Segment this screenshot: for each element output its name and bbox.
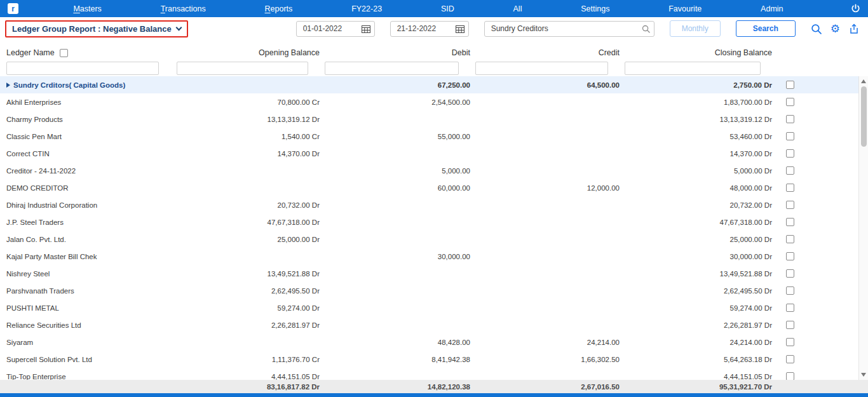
debit-value: 8,41,942.38 <box>320 356 470 363</box>
table-row[interactable]: Reliance Securities Ltd2,26,281.97 Dr2,2… <box>0 316 868 333</box>
row-checkbox[interactable] <box>786 218 794 226</box>
search-icon[interactable] <box>642 25 650 33</box>
nav-item-all[interactable]: All <box>513 4 522 13</box>
debit-value: 30,000.00 <box>320 253 470 260</box>
scroll-down-arrow-icon[interactable] <box>861 373 866 377</box>
closing-value: 5,64,263.18 Dr <box>620 356 772 363</box>
ledger-name: PUSHTI METAL <box>6 304 59 312</box>
scrollbar-thumb[interactable] <box>861 86 867 147</box>
ledger-search-wrapper <box>484 21 654 37</box>
table-row[interactable]: PUSHTI METAL59,274.00 Dr59,274.00 Dr <box>0 299 868 316</box>
expand-arrow-icon[interactable] <box>6 83 10 88</box>
nav-item-favourite[interactable]: Favourite <box>668 4 702 13</box>
row-checkbox[interactable] <box>786 98 794 106</box>
date-to-wrapper <box>390 21 469 37</box>
ledger-name: J.P. Steel Traders <box>6 219 64 226</box>
app-logo[interactable]: r <box>8 3 18 14</box>
column-header-closing-balance: Closing Balance <box>620 48 772 57</box>
row-checkbox[interactable] <box>786 338 794 346</box>
row-checkbox[interactable] <box>786 269 794 278</box>
table-row[interactable]: Correct CTIN14,370.00 Dr14,370.00 Dr <box>0 145 868 162</box>
opening-value: 13,13,319.12 Dr <box>172 116 320 123</box>
nav-item-sid[interactable]: SID <box>441 4 454 13</box>
table-row[interactable]: Parshvanath Traders2,62,495.50 Dr2,62,49… <box>0 282 868 299</box>
opening-value: 47,67,318.00 Dr <box>172 219 320 226</box>
date-from-wrapper <box>296 21 375 37</box>
table-row[interactable]: Supercell Solution Pvt. Ltd1,11,376.70 C… <box>0 351 868 368</box>
table-row[interactable]: Classic Pen Mart1,540.00 Cr55,000.0053,4… <box>0 128 868 145</box>
table-row[interactable]: Dhiraj Industrial Corporation20,732.00 D… <box>0 196 868 213</box>
row-checkbox[interactable] <box>786 286 794 295</box>
credit-value: 12,000.00 <box>470 184 620 192</box>
nav-item-reports[interactable]: Reports <box>265 4 293 13</box>
search-button[interactable]: Search <box>736 20 796 37</box>
export-icon[interactable] <box>849 24 859 34</box>
group-row[interactable]: Sundry Crditors( Capital Goods)67,250.00… <box>0 76 868 93</box>
vertical-scrollbar[interactable] <box>858 76 868 380</box>
toolbar-controls: Monthly Search ⚙ <box>296 20 863 37</box>
row-checkbox[interactable] <box>786 115 794 123</box>
opening-balance-filter-input[interactable] <box>177 62 308 75</box>
closing-value: 20,732.00 Dr <box>620 201 772 209</box>
credit-filter-input[interactable] <box>475 62 608 75</box>
nav-item-masters[interactable]: Masters <box>73 4 101 13</box>
table-row[interactable]: Charmy Products13,13,319.12 Dr13,13,319.… <box>0 111 868 128</box>
nav-item-admin[interactable]: Admin <box>761 4 783 13</box>
closing-value: 24,214.00 Dr <box>620 339 772 346</box>
closing-value: 30,000.00 Dr <box>620 253 772 260</box>
row-checkbox[interactable] <box>786 201 794 209</box>
closing-balance-filter-input[interactable] <box>625 62 761 75</box>
calendar-icon[interactable] <box>456 25 465 33</box>
search-icon[interactable] <box>811 24 822 34</box>
nav-item-transactions[interactable]: Transactions <box>161 4 206 13</box>
debit-filter-input[interactable] <box>325 62 459 75</box>
table-row[interactable]: Kajal Party Master Bill Chek30,000.0030,… <box>0 248 868 265</box>
gear-icon[interactable]: ⚙ <box>831 22 840 36</box>
row-checkbox[interactable] <box>786 132 794 140</box>
table-row[interactable]: Creditor - 24-11-20225,000.005,000.00 Dr <box>0 162 868 179</box>
nav-item-settings[interactable]: Settings <box>581 4 609 13</box>
row-checkbox[interactable] <box>786 235 794 243</box>
table-row[interactable]: Tip-Top Enterprise4,44,151.05 Dr4,44,151… <box>0 368 868 380</box>
report-toolbar: Ledger Group Report : Negative Balance M… <box>0 17 868 40</box>
debit-value: 55,000.00 <box>320 133 470 140</box>
row-checkbox[interactable] <box>786 304 794 312</box>
ledger-search-input[interactable] <box>484 21 654 37</box>
row-checkbox[interactable] <box>786 184 794 192</box>
row-checkbox[interactable] <box>786 252 794 260</box>
debit-value: 2,54,500.00 <box>320 98 470 106</box>
ledger-name: Tip-Top Enterprise <box>6 373 66 380</box>
table-row[interactable]: J.P. Steel Traders47,67,318.00 Dr47,67,3… <box>0 213 868 231</box>
closing-value: 48,000.00 Dr <box>620 184 772 192</box>
table-row[interactable]: Siyaram48,428.0024,214.0024,214.00 Dr <box>0 333 868 351</box>
select-all-checkbox[interactable] <box>60 49 68 57</box>
row-checkbox[interactable] <box>786 81 794 89</box>
nav-item-fy22-23[interactable]: FY22-23 <box>351 4 382 13</box>
table-row[interactable]: Nishrey Steel13,49,521.88 Dr13,49,521.88… <box>0 265 868 282</box>
opening-value: 70,800.00 Cr <box>172 98 320 106</box>
row-checkbox[interactable] <box>786 355 794 363</box>
table-row[interactable]: Jalan Co. Pvt. Ltd.25,000.00 Dr25,000.00… <box>0 231 868 248</box>
table-body: Sundry Crditors( Capital Goods)67,250.00… <box>0 76 868 380</box>
ledger-name: Akhil Enterprises <box>6 98 61 106</box>
ledger-name-filter-input[interactable] <box>6 62 159 75</box>
bottom-bar <box>0 393 868 397</box>
row-checkbox[interactable] <box>786 166 794 175</box>
monthly-button[interactable]: Monthly <box>670 20 721 37</box>
opening-value: 25,000.00 Dr <box>172 236 320 243</box>
opening-value: 2,26,281.97 Dr <box>172 321 320 329</box>
toolbar-icon-group: ⚙ <box>811 22 859 36</box>
ledger-name: Dhiraj Industrial Corporation <box>6 201 97 209</box>
power-icon[interactable] <box>851 4 860 13</box>
opening-value: 4,44,151.05 Dr <box>172 373 320 380</box>
row-checkbox[interactable] <box>786 372 794 380</box>
scroll-up-arrow-icon[interactable] <box>861 79 866 83</box>
column-header-opening-balance: Opening Balance <box>172 48 320 57</box>
row-checkbox[interactable] <box>786 321 794 329</box>
row-checkbox[interactable] <box>786 149 794 158</box>
table-row[interactable]: Akhil Enterprises70,800.00 Cr2,54,500.00… <box>0 93 868 111</box>
table-row[interactable]: DEMO CREDITOR60,000.0012,000.0048,000.00… <box>0 179 868 196</box>
calendar-icon[interactable] <box>362 25 370 33</box>
report-title-dropdown[interactable]: Ledger Group Report : Negative Balance <box>5 20 188 37</box>
debit-value: 48,428.00 <box>320 339 470 346</box>
